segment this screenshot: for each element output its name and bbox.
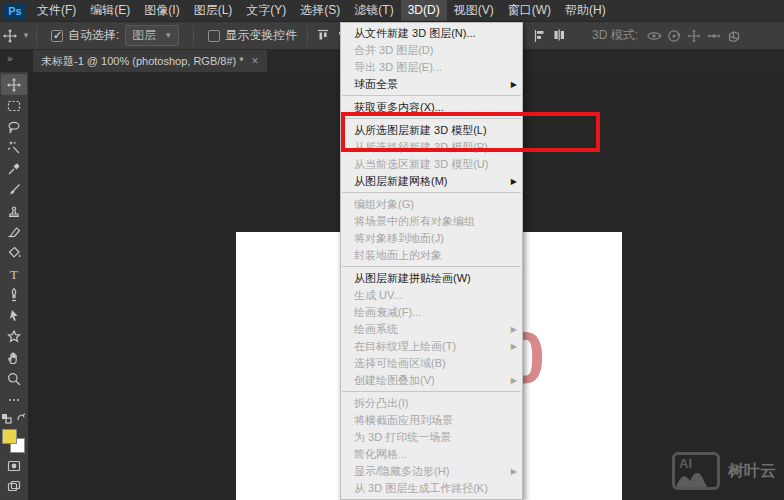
menu-item[interactable]: 从当前选区新建 3D 模型(U) (341, 156, 522, 173)
menu-item[interactable]: 将对象移到地面(J) (341, 230, 522, 247)
3d-dropdown-menu: 从文件新建 3D 图层(N)...合并 3D 图层(D)导出 3D 图层(E).… (340, 22, 523, 500)
tools-panel: T (0, 72, 28, 500)
auto-select-label: 自动选择: (68, 27, 119, 44)
menu-separator (342, 391, 521, 392)
submenu-arrow-icon: ▶ (511, 372, 517, 389)
3d-scale-icon (724, 26, 744, 46)
pen-tool[interactable] (1, 284, 27, 305)
distribute-icons-group (530, 22, 570, 49)
show-transform-checkbox[interactable] (208, 30, 220, 42)
separator (36, 26, 37, 46)
paint-bucket-tool[interactable] (1, 242, 27, 263)
menu-item[interactable]: 将场景中的所有对象编组 (341, 213, 522, 230)
menu-item[interactable]: 绘画系统▶ (341, 321, 522, 338)
menu-separator (342, 95, 521, 96)
menu-item[interactable]: 从文件新建 3D 图层(N)... (341, 25, 522, 42)
screen-mode-icon[interactable] (1, 476, 27, 497)
auto-select-target-value: 图层 (132, 27, 156, 44)
menu-item[interactable]: 拆分凸出(I) (341, 395, 522, 412)
document-tab-title: 未标题-1 @ 100% (photoshop, RGB/8#) * (41, 54, 244, 69)
eraser-tool[interactable] (1, 221, 27, 242)
more-tools[interactable] (1, 389, 27, 410)
shape-tool[interactable] (1, 326, 27, 347)
swap-colors-icon[interactable] (16, 413, 27, 427)
menu-separator (342, 266, 521, 267)
svg-text:T: T (10, 266, 18, 281)
watermark-image-icon: AI (672, 452, 720, 490)
menubar-item-w[interactable]: 窗口(W) (501, 0, 558, 21)
menu-item[interactable]: 导出 3D 图层(E)... (341, 59, 522, 76)
menubar-item-v[interactable]: 视图(V) (447, 0, 501, 21)
foreground-color-swatch[interactable] (2, 429, 17, 444)
tab-close-icon[interactable]: × (252, 54, 259, 68)
color-swatches[interactable] (2, 429, 26, 455)
menubar-item-t[interactable]: 滤镜(T) (347, 0, 400, 21)
menu-item[interactable]: 显示/隐藏多边形(H)▶ (341, 463, 522, 480)
type-tool[interactable]: T (1, 263, 27, 284)
path-select-tool[interactable] (1, 305, 27, 326)
eyedropper-tool[interactable] (1, 158, 27, 179)
tool-preset-chevron-icon[interactable]: ▼ (22, 31, 30, 40)
menubar-item-y[interactable]: 文字(Y) (239, 0, 293, 21)
default-colors-icon[interactable] (1, 413, 12, 427)
menubar-item-e[interactable]: 编辑(E) (83, 0, 137, 21)
menu-separator (342, 192, 521, 193)
show-transform-label: 显示变换控件 (225, 27, 297, 44)
watermark-name: 树叶云 (728, 461, 776, 482)
menu-item[interactable]: 创建绘图叠加(V)▶ (341, 372, 522, 389)
quick-mask-icon[interactable] (1, 455, 27, 476)
menubar-item-s[interactable]: 选择(S) (293, 0, 347, 21)
align-top-icon[interactable] (314, 26, 334, 46)
distribute-center-icon[interactable] (550, 26, 570, 46)
hand-tool[interactable] (1, 347, 27, 368)
menu-item[interactable]: 选择可绘画区域(B) (341, 355, 522, 372)
menubar-item-i[interactable]: 图像(I) (137, 0, 186, 21)
zoom-tool[interactable] (1, 368, 27, 389)
brush-tool[interactable] (1, 179, 27, 200)
menu-item[interactable]: 从 3D 图层生成工作路径(K) (341, 480, 522, 497)
3d-mode-label: 3D 模式: (592, 27, 638, 44)
menu-item[interactable]: 绘画衰减(F)... (341, 304, 522, 321)
3d-mode-group: 3D 模式: (592, 22, 744, 49)
menu-item[interactable]: 封装地面上的对象 (341, 247, 522, 264)
3d-pan-icon (684, 26, 704, 46)
distribute-left-icon[interactable] (530, 26, 550, 46)
menubar-item-l[interactable]: 图层(L) (187, 0, 240, 21)
menubar-item-3dd[interactable]: 3D(D) (401, 0, 447, 21)
chevron-down-icon: ▼ (164, 31, 172, 40)
clone-stamp-tool[interactable] (1, 200, 27, 221)
submenu-arrow-icon: ▶ (511, 76, 517, 93)
menu-bar: Ps 文件(F)编辑(E)图像(I)图层(L)文字(Y)选择(S)滤镜(T)3D… (0, 0, 784, 22)
highlight-box (341, 112, 600, 152)
submenu-arrow-icon: ▶ (511, 338, 517, 355)
menu-item[interactable]: 将横截面应用到场景 (341, 412, 522, 429)
separator (193, 26, 194, 46)
menu-item[interactable]: 在目标纹理上绘画(T)▶ (341, 338, 522, 355)
document-tab[interactable]: 未标题-1 @ 100% (photoshop, RGB/8#) * × (33, 50, 267, 72)
3d-slide-icon (704, 26, 724, 46)
move-tool-icon[interactable] (0, 26, 20, 46)
move-tool[interactable] (1, 74, 27, 95)
3d-roll-icon (664, 26, 684, 46)
submenu-arrow-icon: ▶ (511, 321, 517, 338)
menubar-item-h[interactable]: 帮助(H) (558, 0, 613, 21)
menu-item[interactable]: 从图层新建网格(M)▶ (341, 173, 522, 190)
lasso-tool[interactable] (1, 116, 27, 137)
marquee-tool[interactable] (1, 95, 27, 116)
collapse-toolbar-icon[interactable]: » (7, 53, 14, 64)
photoshop-logo: Ps (4, 3, 26, 19)
separator (307, 26, 308, 46)
menu-item[interactable]: 生成 UV... (341, 287, 522, 304)
menu-item[interactable]: 合并 3D 图层(D) (341, 42, 522, 59)
3d-rotate-icon (644, 26, 664, 46)
magic-wand-tool[interactable] (1, 137, 27, 158)
auto-select-checkbox[interactable] (51, 30, 63, 42)
auto-select-target-dropdown[interactable]: 图层 ▼ (125, 25, 179, 46)
menu-item[interactable]: 编组对象(G) (341, 196, 522, 213)
submenu-arrow-icon: ▶ (511, 463, 517, 480)
menubar-item-f[interactable]: 文件(F) (30, 0, 83, 21)
menu-item[interactable]: 为 3D 打印统一场景 (341, 429, 522, 446)
menu-item[interactable]: 从图层新建拼贴绘画(W) (341, 270, 522, 287)
menu-item[interactable]: 简化网格... (341, 446, 522, 463)
menu-item[interactable]: 球面全景▶ (341, 76, 522, 93)
